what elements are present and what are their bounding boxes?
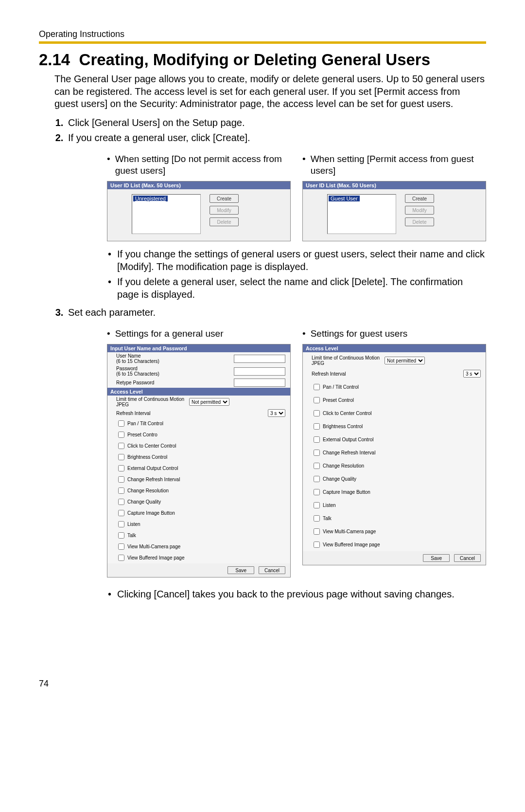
divider-yellow bbox=[39, 41, 486, 44]
checkbox-row: External Output Control bbox=[107, 463, 290, 474]
checkbox-label: View Multi-Camera page bbox=[323, 529, 376, 534]
create-button[interactable]: Create bbox=[405, 194, 434, 203]
permission-checkbox[interactable] bbox=[118, 454, 124, 460]
permission-checkbox[interactable] bbox=[118, 465, 124, 471]
checkbox-row: View Multi-Camera page bbox=[107, 541, 290, 552]
permission-checkbox[interactable] bbox=[314, 502, 320, 508]
bullet-icon: • bbox=[108, 588, 111, 601]
user-listbox[interactable]: Unregistered bbox=[132, 194, 201, 234]
permission-checkbox[interactable] bbox=[118, 521, 124, 527]
step-1: Click [General Users] on the Setup page. bbox=[66, 117, 486, 128]
step3-columns: •Settings for a general user Input User … bbox=[107, 328, 486, 582]
retype-password-field[interactable] bbox=[234, 379, 285, 387]
username-field[interactable] bbox=[234, 355, 285, 363]
user-listbox[interactable]: Guest User bbox=[327, 194, 396, 234]
section-intro: The General User page allows you to crea… bbox=[54, 73, 486, 110]
step-3-text: Set each parameter. bbox=[68, 307, 156, 318]
step-2: If you create a general user, click [Cre… bbox=[66, 132, 486, 301]
general-user-form: Input User Name and Password User Name(6… bbox=[107, 344, 291, 577]
permission-checkbox[interactable] bbox=[314, 476, 320, 482]
permission-checkbox[interactable] bbox=[118, 432, 124, 438]
list-item[interactable]: Unregistered bbox=[133, 196, 168, 201]
permission-checkbox[interactable] bbox=[118, 532, 124, 539]
document-page: Operating Instructions 2.14 Creating, Mo… bbox=[0, 0, 525, 713]
checkbox-row: Talk bbox=[107, 530, 290, 541]
bullet-icon: • bbox=[108, 276, 111, 301]
list-item[interactable]: Guest User bbox=[329, 196, 360, 201]
step2-left-caption: When setting [Do not permit access from … bbox=[115, 153, 291, 177]
step3-right-caption: Settings for guest users bbox=[311, 328, 408, 340]
checkbox-label: Brightness Control bbox=[127, 454, 167, 460]
save-button[interactable]: Save bbox=[423, 554, 450, 562]
checkbox-label: Preset Control bbox=[323, 397, 354, 403]
checkbox-row: Change Resolution bbox=[107, 485, 290, 496]
checkbox-row: View Buffered Image page bbox=[107, 552, 290, 563]
refresh-select[interactable]: 3 s bbox=[268, 409, 285, 417]
limit-select[interactable]: Not permitted bbox=[189, 398, 229, 406]
cancel-button[interactable]: Cancel bbox=[259, 566, 285, 574]
checkbox-row: View Buffered Image page bbox=[303, 538, 486, 551]
checkbox-label: Click to Center Control bbox=[127, 443, 176, 449]
section-number: 2.14 bbox=[39, 51, 70, 69]
permission-checkbox[interactable] bbox=[314, 397, 320, 403]
permission-checkbox[interactable] bbox=[118, 443, 124, 449]
permission-checkbox[interactable] bbox=[118, 487, 124, 494]
refresh-select[interactable]: 3 s bbox=[463, 370, 481, 378]
password-field[interactable] bbox=[234, 367, 285, 376]
checkbox-row: Capture Image Button bbox=[303, 486, 486, 499]
checkbox-label: Listen bbox=[323, 503, 336, 508]
label-password: Password bbox=[116, 366, 138, 371]
step3-col-right: •Settings for guest users Access Level L… bbox=[302, 328, 486, 582]
section-title-text: Creating, Modifying or Deleting General … bbox=[79, 51, 430, 69]
permission-checkbox[interactable] bbox=[118, 499, 124, 505]
checkbox-label: Change Resolution bbox=[323, 463, 364, 469]
permission-checkbox[interactable] bbox=[118, 510, 124, 516]
checkbox-label: Change Refresh Interval bbox=[127, 477, 180, 482]
permission-checkbox[interactable] bbox=[118, 420, 124, 427]
permission-checkbox[interactable] bbox=[314, 515, 320, 522]
permission-checkbox[interactable] bbox=[314, 450, 320, 456]
permission-checkbox[interactable] bbox=[314, 436, 320, 443]
checkbox-row: Preset Contro bbox=[107, 429, 290, 440]
form-button-row: Save Cancel bbox=[107, 563, 290, 577]
cancel-button[interactable]: Cancel bbox=[454, 554, 481, 562]
permission-checkbox[interactable] bbox=[314, 384, 320, 390]
checkbox-row: Pan / Tilt Control bbox=[107, 418, 290, 429]
checkbox-row: Preset Control bbox=[303, 394, 486, 407]
label-username-hint: (6 to 15 Characters) bbox=[116, 359, 159, 364]
checkbox-label: Capture Image Button bbox=[323, 489, 370, 495]
label-retype: Retype Password bbox=[116, 380, 234, 385]
step2-columns: •When setting [Do not permit access from… bbox=[107, 153, 486, 242]
step3-note-1: Clicking [Cancel] takes you back to the … bbox=[117, 588, 455, 601]
limit-select[interactable]: Not permitted bbox=[385, 357, 425, 364]
save-button[interactable]: Save bbox=[228, 566, 254, 574]
step2-notes: •If you change the settings of general u… bbox=[108, 248, 486, 301]
create-button[interactable]: Create bbox=[210, 194, 239, 203]
permission-checkbox[interactable] bbox=[118, 543, 124, 550]
permission-checkbox[interactable] bbox=[314, 528, 320, 535]
label-refresh: Refresh Interval bbox=[312, 371, 463, 377]
guest-user-form: Access Level Limit time of Continuous Mo… bbox=[302, 344, 486, 565]
permission-checkbox[interactable] bbox=[314, 541, 320, 548]
permission-checkbox[interactable] bbox=[314, 423, 320, 430]
checkbox-label: External Output Control bbox=[127, 466, 178, 471]
permission-checkbox[interactable] bbox=[314, 463, 320, 469]
permission-checkbox[interactable] bbox=[314, 489, 320, 495]
step-1-text: Click [General Users] on the Setup page. bbox=[68, 117, 245, 128]
checkbox-label: External Output Control bbox=[323, 437, 374, 442]
step-2-text: If you create a general user, click [Cre… bbox=[68, 132, 250, 143]
permission-checkbox[interactable] bbox=[118, 555, 124, 561]
permission-checkbox[interactable] bbox=[118, 476, 124, 483]
checkbox-row: Change Resolution bbox=[303, 459, 486, 472]
step3-left-caption: Settings for a general user bbox=[115, 328, 224, 340]
checkbox-row: Capture Image Button bbox=[107, 507, 290, 519]
label-password-hint: (6 to 15 Characters) bbox=[116, 371, 159, 377]
delete-button: Delete bbox=[210, 217, 239, 226]
bullet-icon: • bbox=[108, 248, 111, 273]
modify-button: Modify bbox=[210, 206, 239, 215]
checkbox-label: Listen bbox=[127, 522, 140, 527]
section-heading: 2.14 Creating, Modifying or Deleting Gen… bbox=[39, 51, 486, 69]
modify-button: Modify bbox=[405, 206, 434, 215]
checkbox-label: Pan / Tilt Control bbox=[323, 384, 359, 390]
permission-checkbox[interactable] bbox=[314, 410, 320, 416]
